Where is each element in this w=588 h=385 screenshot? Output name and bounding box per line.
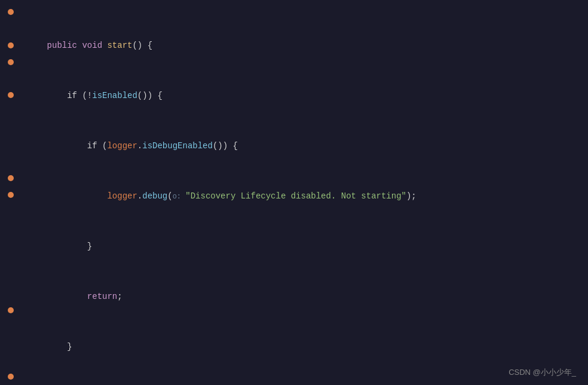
code-line-6: return; xyxy=(27,288,588,305)
code-line-2: if (!isEnabled()) { xyxy=(27,87,588,104)
breakpoint-dot xyxy=(8,374,14,380)
breakpoint-dot xyxy=(8,307,14,313)
code-line-3: if (logger.isDebugEnabled()) { xyxy=(27,138,588,154)
code-line-1: public void start() { xyxy=(27,37,588,54)
gutter xyxy=(0,0,21,385)
breakpoint-dot xyxy=(8,9,14,15)
code-line-7: } xyxy=(27,338,588,355)
breakpoint-dot xyxy=(8,59,14,65)
breakpoint-dot xyxy=(8,175,14,181)
code-line-5: } xyxy=(27,238,588,255)
code-editor: public void start() { if (!isEnabled()) … xyxy=(0,0,588,385)
breakpoint-dot xyxy=(8,42,14,48)
breakpoint-dot xyxy=(8,192,14,198)
code-lines: public void start() { if (!isEnabled()) … xyxy=(21,0,588,385)
code-line-4: logger.debug(o: "Discovery Lifecycle dis… xyxy=(27,188,588,204)
breakpoint-dot xyxy=(8,92,14,98)
watermark: CSDN @小小少年_ xyxy=(509,367,576,378)
